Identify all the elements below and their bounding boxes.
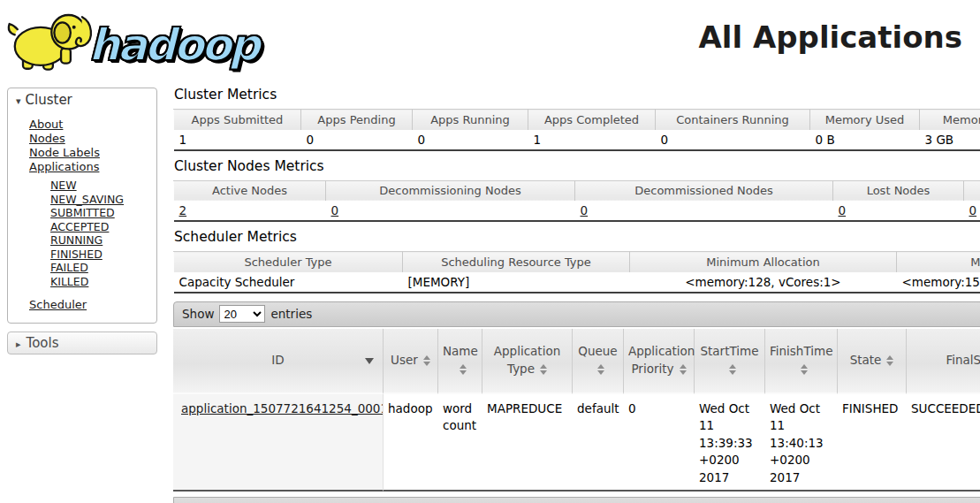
sort-desc-icon [365,358,374,364]
triangle-down-icon: ▾ [16,95,21,107]
sidebar: ▾Cluster About Nodes Node Labels Applica… [7,88,157,354]
cell-application-priority: 0 [624,394,695,492]
col-decommissioned-nodes: Decommissioned Nodes [575,180,833,201]
cell-starttime: Wed Oct 11 13:39:33 +0200 2017 [695,394,765,492]
sort-both-icon [423,355,430,366]
apps-running-value: 0 [413,130,528,150]
sidebar-link-applications[interactable]: Applications [29,160,99,173]
sidebar-link-about[interactable]: About [29,118,63,131]
col-apps-submitted: Apps Submitted [174,110,301,130]
cluster-section-label: Cluster [26,92,72,108]
applications-datatable: Show 20 entries ID User Name Application… [173,301,980,503]
col-apps-pending: Apps Pending [301,110,413,130]
col-unhealthy-nodes: Unhealthy Nodes [964,180,980,201]
col-lost-nodes: Lost Nodes [833,180,964,201]
sidebar-link-state-new[interactable]: NEW [50,179,77,192]
application-row: application_1507721641254_0001 hadoop wo… [173,394,980,492]
sort-both-icon [597,364,604,375]
header-state[interactable]: State [838,329,907,394]
lost-nodes-link[interactable]: 0 [839,203,847,217]
decommissioned-nodes-link[interactable]: 0 [581,203,589,217]
sidebar-link-state-failed[interactable]: FAILED [50,261,88,274]
cluster-metrics-row: 1 0 0 1 0 0 B 3 GB [174,130,980,150]
header-finalstatus[interactable]: FinalStatus [907,329,980,394]
maximum-allocation-value: <memory:1536, vCores:4> [897,272,980,293]
header-name[interactable]: Name [438,329,482,394]
cluster-nodes-metrics-table: Active Nodes Decommissioning Nodes Decom… [173,180,980,223]
sidebar-link-scheduler[interactable]: Scheduler [29,298,87,311]
header-application-priority[interactable]: Application Priority [624,329,695,394]
active-nodes-link[interactable]: 2 [179,203,187,217]
sidebar-link-node-labels[interactable]: Node Labels [29,146,100,159]
col-memory-used: Memory Used [810,110,920,130]
sidebar-link-state-running[interactable]: RUNNING [50,233,103,247]
show-entries-bar: Show 20 entries [173,301,980,327]
sort-both-icon [540,364,547,375]
col-maximum-allocation: Maximum Allocation [897,252,980,272]
scheduler-metrics-table: Scheduler Type Scheduling Resource Type … [173,251,980,293]
header-queue[interactable]: Queue [573,329,624,394]
cell-queue: default [573,394,624,492]
header-starttime[interactable]: StartTime [695,329,765,394]
header-finishtime[interactable]: FinishTime [765,329,838,394]
logo-wordmark: hadoop [88,12,258,71]
col-containers-running: Containers Running [656,110,810,130]
hadoop-elephant-icon [5,4,94,80]
cell-name: word count [438,394,482,492]
sidebar-link-state-accepted[interactable]: ACCEPTED [50,220,109,233]
triangle-right-icon: ▸ [16,339,21,350]
header-id[interactable]: ID [173,329,384,394]
cluster-nodes-metrics-heading: Cluster Nodes Metrics [174,158,980,174]
col-scheduler-type: Scheduler Type [174,252,403,272]
entries-label: entries [270,307,312,321]
sort-both-icon [460,364,467,375]
decommissioning-nodes-link[interactable]: 0 [331,203,339,217]
col-active-nodes: Active Nodes [174,180,326,201]
memory-total-value: 3 GB [920,130,980,150]
cell-user: hadoop [384,394,438,492]
table-info-footer: Showing 1 to 1 of 1 entries [173,497,980,503]
page-title: All Applications [698,19,962,55]
cluster-links: About Nodes Node Labels Applications [8,111,156,174]
cluster-nav-box: ▾Cluster About Nodes Node Labels Applica… [7,88,157,324]
cluster-metrics-heading: Cluster Metrics [174,87,980,103]
hadoop-logo: hadoop [5,4,258,80]
apps-submitted-value: 1 [174,130,301,150]
cluster-metrics-table: Apps Submitted Apps Pending Apps Running… [173,109,980,151]
sort-both-icon [801,364,808,375]
header-application-type[interactable]: Application Type [482,329,573,394]
header-user[interactable]: User [384,329,438,394]
cell-finalstatus: SUCCEEDED [907,394,980,492]
cell-finishtime: Wed Oct 11 13:40:13 +0200 2017 [765,394,838,492]
main-content: Cluster Metrics Apps Submitted Apps Pend… [173,87,980,503]
sidebar-link-state-submitted[interactable]: SUBMITTED [50,206,115,219]
sort-both-icon [729,364,736,375]
sidebar-link-state-finished[interactable]: FINISHED [50,248,103,261]
tools-section-label: Tools [27,335,59,351]
col-apps-completed: Apps Completed [528,110,656,130]
col-decommissioning-nodes: Decommissioning Nodes [326,180,575,201]
sort-both-icon [886,355,893,366]
cluster-section-header[interactable]: ▾Cluster [8,88,156,111]
containers-running-value: 0 [656,130,810,150]
scheduler-metrics-row: Capacity Scheduler [MEMORY] <memory:128,… [174,272,980,293]
sidebar-link-state-new-saving[interactable]: NEW_SAVING [50,193,124,206]
col-minimum-allocation: Minimum Allocation [630,252,897,272]
sidebar-link-state-killed[interactable]: KILLED [50,275,88,288]
scheduling-resource-type-value: [MEMORY] [403,272,630,293]
minimum-allocation-value: <memory:128, vCores:1> [630,272,897,293]
col-memory-total: Memory Total [920,110,980,130]
col-scheduling-resource-type: Scheduling Resource Type [403,252,630,272]
memory-used-value: 0 B [810,130,920,150]
application-id-link[interactable]: application_1507721641254_0001 [181,401,384,415]
tools-section-header[interactable]: ▸Tools [7,332,157,354]
col-apps-running: Apps Running [413,110,528,130]
applications-table: ID User Name Application Type Queue Appl… [173,329,980,492]
page-size-select[interactable]: 20 [219,305,265,323]
application-state-links: NEW NEW_SAVING SUBMITTED ACCEPTED RUNNIN… [8,174,156,288]
cluster-nodes-metrics-row: 2 0 0 0 0 [174,201,980,221]
unhealthy-nodes-link[interactable]: 0 [969,203,977,217]
sidebar-link-nodes[interactable]: Nodes [29,132,65,145]
scheduler-metrics-heading: Scheduler Metrics [174,229,980,245]
apps-pending-value: 0 [301,130,413,150]
